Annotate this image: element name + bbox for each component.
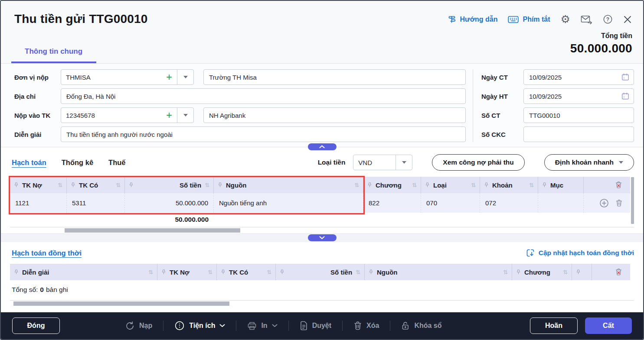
close-window-button[interactable]: Đóng: [12, 317, 60, 334]
doc-no-field[interactable]: TTG00010: [523, 107, 634, 123]
sort-icon[interactable]: ⇅: [354, 182, 359, 188]
column-header-tk-co[interactable]: TK Có⇅: [217, 264, 276, 280]
vertical-scrollbar[interactable]: [631, 177, 634, 225]
column-header-tk-co[interactable]: TK Có⇅: [67, 177, 125, 193]
save-button[interactable]: Cất: [585, 317, 632, 334]
account-combo[interactable]: 12345678 +: [61, 107, 194, 123]
column-header-chuong[interactable]: Chương⇅: [363, 177, 421, 193]
sort-icon[interactable]: ⇅: [412, 182, 417, 188]
postpone-button[interactable]: Hoãn: [530, 317, 578, 334]
pin-icon[interactable]: [367, 182, 372, 188]
close-button[interactable]: [623, 15, 632, 24]
sort-icon[interactable]: ⇅: [529, 182, 534, 188]
reload-button[interactable]: Nạp: [125, 321, 152, 331]
currency-dropdown-button[interactable]: [396, 161, 412, 164]
pin-icon[interactable]: [161, 269, 166, 275]
sort-icon[interactable]: ⇅: [116, 182, 121, 188]
column-header-nguon[interactable]: Nguồn⇅: [365, 264, 512, 280]
pin-icon[interactable]: [71, 182, 75, 188]
guide-link[interactable]: Hướng dẫn: [447, 15, 498, 24]
cell-nguon[interactable]: Nguồn tiếng anh: [214, 193, 363, 213]
column-header-dien-giai[interactable]: Diễn giải⇅: [10, 264, 157, 280]
posted-date-field[interactable]: 10/09/2025: [523, 88, 634, 104]
expand-section-button[interactable]: [308, 234, 337, 241]
add-account-icon[interactable]: +: [161, 110, 177, 120]
add-payer-icon[interactable]: +: [161, 72, 177, 82]
column-header-so-tien[interactable]: Số tiền⇅: [125, 177, 214, 193]
sort-icon[interactable]: ⇅: [503, 269, 508, 275]
delete-all-icon[interactable]: [615, 181, 623, 189]
collapse-form-button[interactable]: [308, 143, 337, 150]
cell-loai[interactable]: 070: [421, 193, 480, 213]
column-header-nguon[interactable]: Nguồn⇅: [214, 177, 363, 193]
delete-all-icon[interactable]: [615, 268, 623, 276]
pin-icon[interactable]: [221, 269, 226, 275]
horizontal-scrollbar[interactable]: [10, 227, 634, 233]
sort-icon[interactable]: ⇅: [58, 182, 62, 188]
column-header-tk-no[interactable]: TK Nợ⇅: [10, 177, 67, 193]
tab-thue[interactable]: Thuế: [108, 159, 125, 167]
pin-icon[interactable]: [280, 269, 284, 275]
pin-icon[interactable]: [516, 269, 521, 275]
tab-thong-ke[interactable]: Thống kê: [62, 159, 93, 167]
column-header-tk-no[interactable]: TK Nợ⇅: [157, 264, 217, 280]
sort-icon[interactable]: ⇅: [563, 269, 568, 275]
payer-code[interactable]: THMISA: [61, 74, 161, 81]
add-row-icon[interactable]: [599, 198, 609, 208]
column-header-pin[interactable]: [572, 264, 592, 280]
pin-icon[interactable]: [218, 182, 222, 188]
pin-icon[interactable]: [369, 269, 373, 275]
calendar-icon[interactable]: [621, 73, 629, 81]
delete-button[interactable]: Xóa: [353, 321, 379, 330]
tab-hach-toan[interactable]: Hạch toán: [12, 159, 46, 167]
cell-tk-no[interactable]: 1121: [10, 193, 67, 213]
sort-icon[interactable]: ⇅: [356, 269, 360, 275]
view-receivable-button[interactable]: Xem công nợ phải thu: [432, 154, 524, 171]
pin-icon[interactable]: [542, 182, 547, 188]
settings-button[interactable]: ⚙: [561, 14, 570, 25]
cell-so-tien[interactable]: 50.000.000: [125, 193, 214, 213]
account-number[interactable]: 12345678: [61, 112, 161, 119]
column-header-muc[interactable]: Mục: [538, 177, 584, 193]
cell-khoan[interactable]: 072: [480, 193, 538, 213]
pin-icon[interactable]: [14, 182, 19, 188]
help-button[interactable]: ?: [603, 14, 613, 24]
address-field[interactable]: Đống Đa, Hà Nội: [61, 88, 466, 104]
sort-icon[interactable]: ⇅: [148, 269, 153, 275]
payer-combo[interactable]: THMISA +: [61, 69, 194, 85]
account-dropdown-button[interactable]: [177, 114, 193, 117]
cell-chuong[interactable]: 822: [363, 193, 421, 213]
shortcuts-link[interactable]: Phím tắt: [508, 16, 550, 23]
feedback-button[interactable]: [581, 15, 592, 24]
lock-button[interactable]: Khóa sổ: [401, 321, 441, 330]
sort-icon[interactable]: ⇅: [205, 182, 209, 188]
sort-icon[interactable]: ⇅: [471, 182, 476, 188]
bank-name-field[interactable]: NH Agribank: [203, 107, 466, 123]
description-field[interactable]: Thu tiền tiếng anh người nước ngoài: [61, 126, 466, 142]
delete-row-icon[interactable]: [615, 199, 623, 207]
currency-select[interactable]: VND: [353, 155, 412, 170]
update-simultaneous-link[interactable]: Cập nhật hạch toán đồng thời: [526, 249, 634, 257]
cell-muc[interactable]: [538, 193, 584, 213]
payer-name-field[interactable]: Trường TH Misa: [203, 69, 466, 85]
column-header-loai[interactable]: Loại⇅: [421, 177, 480, 193]
approve-button[interactable]: Duyệt: [300, 321, 331, 330]
utilities-button[interactable]: Tiện ích: [174, 321, 225, 331]
sort-icon[interactable]: ⇅: [267, 269, 271, 275]
quick-posting-button[interactable]: Định khoản nhanh: [544, 154, 634, 171]
column-header-so-tien[interactable]: Số tiền⇅: [276, 264, 365, 280]
pin-icon[interactable]: [129, 182, 134, 188]
tab-general-info[interactable]: Thông tin chung: [11, 47, 96, 63]
cell-tk-co[interactable]: 5311: [67, 193, 125, 213]
ckc-no-field[interactable]: [523, 126, 634, 142]
sort-icon[interactable]: ⇅: [208, 269, 212, 275]
calendar-icon[interactable]: [621, 92, 629, 100]
pin-icon[interactable]: [14, 269, 19, 275]
pin-icon[interactable]: [484, 182, 489, 188]
simultaneous-title-link[interactable]: Hạch toán đồng thời: [12, 249, 82, 257]
column-header-chuong[interactable]: Chương⇅: [512, 264, 572, 280]
pin-icon[interactable]: [576, 269, 581, 275]
pin-icon[interactable]: [425, 182, 430, 188]
posting-row[interactable]: 1121 5311 50.000.000 Nguồn tiếng anh 822…: [10, 193, 630, 213]
doc-date-field[interactable]: 10/09/2025: [523, 69, 634, 85]
